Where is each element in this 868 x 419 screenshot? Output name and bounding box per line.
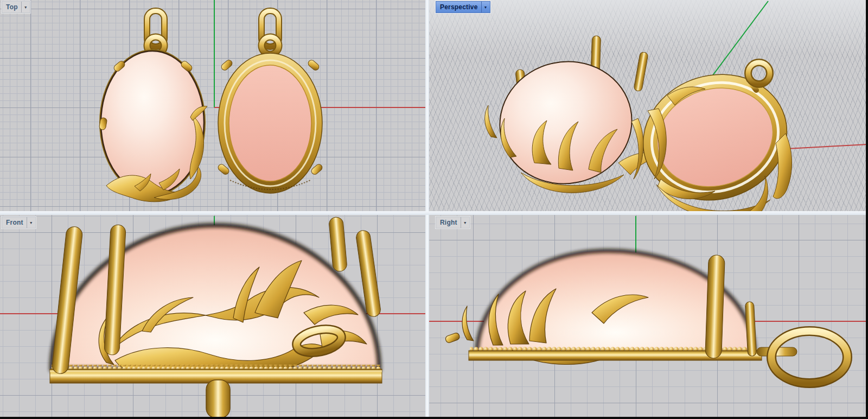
viewport-title-front: Front	[2, 217, 27, 228]
viewport-label-perspective[interactable]: Perspective ▼	[436, 1, 490, 13]
viewport-front[interactable]: Front ▼	[0, 215, 425, 417]
window-edge-bottom	[0, 417, 868, 419]
window-edge-right	[866, 0, 868, 419]
viewport-menu-arrow-icon[interactable]: ▼	[461, 217, 469, 228]
viewport-top[interactable]: Top ▼	[0, 0, 425, 211]
rhino-four-viewport-workspace: { "viewports": { "top": { "label": "Top"…	[0, 0, 868, 419]
viewport-title-right: Right	[436, 217, 461, 228]
viewport-splitter-horizontal[interactable]	[0, 211, 868, 215]
viewport-menu-arrow-icon[interactable]: ▼	[27, 217, 35, 228]
viewport-right[interactable]: Right ▼	[429, 215, 868, 417]
viewport-perspective[interactable]: Perspective ▼	[429, 0, 868, 211]
viewport-splitter-vertical[interactable]	[425, 0, 429, 417]
viewport-title-perspective: Perspective	[436, 2, 481, 12]
viewport-label-front[interactable]: Front ▼	[2, 217, 36, 228]
viewport-menu-arrow-icon[interactable]: ▼	[21, 2, 30, 12]
viewport-menu-arrow-icon[interactable]: ▼	[481, 2, 490, 12]
viewport-label-top[interactable]: Top ▼	[2, 1, 30, 13]
viewport-label-right[interactable]: Right ▼	[436, 217, 470, 228]
viewport-title-top: Top	[2, 2, 21, 12]
